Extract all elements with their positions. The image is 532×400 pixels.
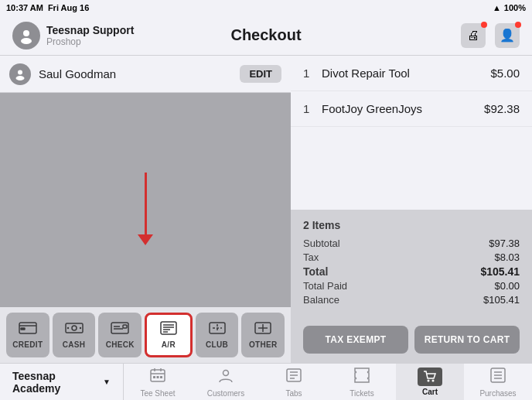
arrow-head xyxy=(138,234,153,245)
settings-button[interactable]: 👤 xyxy=(495,23,520,48)
svg-point-9 xyxy=(66,327,68,329)
printer-icon: 🖨 xyxy=(467,29,479,43)
svg-rect-14 xyxy=(123,325,127,328)
shop-name-text: Teesnap Academy xyxy=(12,370,100,395)
total-value: $105.41 xyxy=(480,265,520,278)
svg-point-10 xyxy=(79,327,80,329)
right-panel: 1 Divot Repair Tool $5.00 1 FootJoy Gree… xyxy=(291,56,532,363)
credit-icon xyxy=(19,321,37,339)
svg-point-8 xyxy=(72,326,77,330)
notification-dot2 xyxy=(515,22,521,28)
teesheet-label: Tee Sheet xyxy=(140,389,175,398)
nav-customers[interactable]: Customers xyxy=(192,364,260,400)
tickets-label: Tickets xyxy=(350,389,373,398)
header: Teesnap Support Proshop Checkout 🖨 👤 xyxy=(0,15,532,56)
svg-rect-32 xyxy=(160,376,162,378)
tax-exempt-button[interactable]: TAX EXEMPT xyxy=(303,326,408,354)
tabs-label: Tabs xyxy=(285,389,302,398)
status-date: Fri Aug 16 xyxy=(48,3,89,12)
item-price-1: $5.00 xyxy=(490,67,520,80)
total-paid-label: Total Paid xyxy=(303,280,468,292)
nav-tickets[interactable]: Tickets xyxy=(328,364,396,400)
svg-point-3 xyxy=(16,76,25,80)
payment-credit-button[interactable]: CREDIT xyxy=(6,313,49,357)
svg-point-33 xyxy=(223,370,229,375)
purchases-icon xyxy=(489,367,506,388)
arrow-indicator xyxy=(138,173,153,245)
nav-items: Tee Sheet Customers Tabs xyxy=(124,364,532,400)
subtotal-label: Subtotal xyxy=(303,238,468,249)
ar-label: A/R xyxy=(162,340,176,349)
status-right: ▲ 100% xyxy=(493,3,526,12)
other-label: OTHER xyxy=(249,340,278,349)
status-left: 10:37 AM Fri Aug 16 xyxy=(6,3,89,12)
totals-grid: Subtotal $97.38 Tax $8.03 Total $105.41 … xyxy=(303,238,520,306)
payment-other-button[interactable]: OTHER xyxy=(241,313,285,357)
svg-point-2 xyxy=(18,70,22,74)
nav-tabs[interactable]: Tabs xyxy=(260,364,328,400)
status-bar: 10:37 AM Fri Aug 16 ▲ 100% xyxy=(0,0,532,15)
nav-purchases[interactable]: Purchases xyxy=(464,364,532,400)
purchases-label: Purchases xyxy=(479,389,516,398)
svg-rect-30 xyxy=(153,376,155,378)
club-icon xyxy=(208,321,227,339)
payment-club-button[interactable]: CLUB xyxy=(196,313,239,357)
customers-label: Customers xyxy=(207,389,244,398)
cash-icon xyxy=(65,321,84,339)
nav-shop-name: Teesnap Academy ▼ xyxy=(0,364,124,400)
svg-point-0 xyxy=(23,30,29,36)
total-paid-value: $0.00 xyxy=(480,280,520,292)
store-subtitle: Proshop xyxy=(46,36,134,47)
ar-icon xyxy=(159,321,178,339)
tickets-icon xyxy=(353,367,370,388)
item-price-2: $92.38 xyxy=(484,102,520,115)
club-label: CLUB xyxy=(206,340,228,349)
svg-point-1 xyxy=(21,38,32,44)
chevron-down-icon: ▼ xyxy=(103,378,111,386)
left-panel: Saul Goodman EDIT CREDIT xyxy=(0,56,291,363)
table-row: 1 Divot Repair Tool $5.00 xyxy=(291,56,532,91)
tax-value: $8.03 xyxy=(480,251,520,263)
edit-customer-button[interactable]: EDIT xyxy=(240,65,281,83)
item-name-1: Divot Repair Tool xyxy=(322,67,490,80)
payment-cash-button[interactable]: CASH xyxy=(53,313,96,357)
item-name-2: FootJoy GreenJoys xyxy=(322,102,484,115)
left-content-area xyxy=(0,93,291,307)
print-button[interactable]: 🖨 xyxy=(461,23,486,48)
items-count: 2 Items xyxy=(303,219,520,231)
check-icon xyxy=(111,321,129,339)
nav-cart[interactable]: Cart xyxy=(396,364,464,400)
battery-indicator: 100% xyxy=(504,3,526,12)
customers-icon xyxy=(217,367,234,388)
svg-point-39 xyxy=(432,380,435,382)
subtotal-value: $97.38 xyxy=(480,238,520,249)
status-time: 10:37 AM xyxy=(6,3,43,12)
page-title: Checkout xyxy=(136,26,396,44)
bottom-navigation: Teesnap Academy ▼ Tee Sheet xyxy=(0,363,532,400)
return-to-cart-button[interactable]: RETURN TO CART xyxy=(414,326,520,354)
store-name: Teesnap Support xyxy=(46,24,134,36)
customer-name: Saul Goodman xyxy=(39,67,232,80)
customer-avatar xyxy=(9,63,31,85)
arrow-shaft xyxy=(145,173,147,234)
payment-check-button[interactable]: CHECK xyxy=(98,313,142,357)
nav-teesheet[interactable]: Tee Sheet xyxy=(124,364,192,400)
store-avatar xyxy=(12,22,40,50)
balance-label: Balance xyxy=(303,294,468,306)
main-content: Saul Goodman EDIT CREDIT xyxy=(0,56,532,363)
tabs-icon xyxy=(285,367,302,388)
person-icon: 👤 xyxy=(500,28,515,43)
cash-label: CASH xyxy=(63,340,86,349)
totals-section: 2 Items Subtotal $97.38 Tax $8.03 Total … xyxy=(291,210,532,320)
order-items-list: 1 Divot Repair Tool $5.00 1 FootJoy Gree… xyxy=(291,56,532,210)
header-text: Teesnap Support Proshop xyxy=(46,24,134,47)
svg-rect-26 xyxy=(151,370,165,381)
header-left: Teesnap Support Proshop xyxy=(12,22,136,50)
payment-ar-button[interactable]: A/R xyxy=(145,313,193,357)
teesheet-icon xyxy=(149,367,166,388)
shop-name[interactable]: Teesnap Academy ▼ xyxy=(12,370,111,395)
payment-methods-bar: CREDIT CASH xyxy=(0,307,291,363)
cart-icon xyxy=(418,368,442,386)
svg-point-38 xyxy=(428,380,430,382)
svg-rect-31 xyxy=(157,376,159,378)
